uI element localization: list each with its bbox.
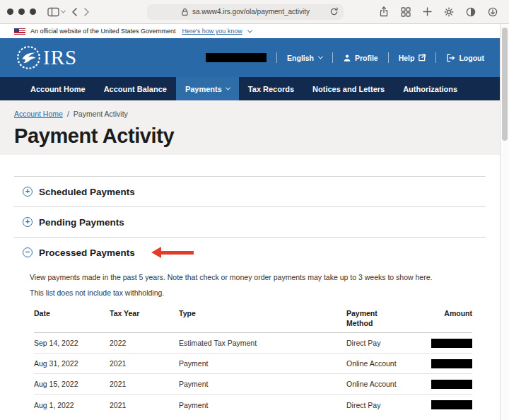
redacted-amount bbox=[431, 380, 472, 389]
nav-item-account-balance[interactable]: Account Balance bbox=[95, 77, 176, 100]
sidebar-toggle-icon[interactable] bbox=[47, 7, 65, 17]
header-date: Date bbox=[34, 308, 110, 318]
tab-overview-icon[interactable] bbox=[401, 7, 411, 17]
logout-link[interactable]: Logout bbox=[446, 54, 484, 62]
table-row: Aug 15, 2022 2021 Payment Online Account bbox=[34, 374, 472, 395]
processed-description: View payments made in the past 5 years. … bbox=[30, 273, 486, 281]
irs-logo[interactable]: IRS bbox=[16, 45, 77, 71]
collapse-icon bbox=[23, 247, 33, 257]
table-row: Aug 31, 2022 2021 Payment Online Account bbox=[34, 354, 472, 374]
cell-type: Payment bbox=[179, 359, 346, 368]
page-head: Account Home / Payment Activity Payment … bbox=[0, 100, 500, 155]
person-icon bbox=[343, 54, 351, 62]
back-button[interactable] bbox=[71, 7, 78, 17]
irs-wordmark: IRS bbox=[43, 46, 77, 69]
processed-note: This list does not include tax withholdi… bbox=[30, 288, 486, 297]
profile-link[interactable]: Profile bbox=[343, 54, 378, 62]
nav-item-payments[interactable]: Payments bbox=[176, 77, 239, 100]
breadcrumb-current: Payment Activity bbox=[74, 110, 128, 118]
table-row: Aug 1, 2022 2021 Payment Direct Pay bbox=[34, 395, 472, 415]
redacted-amount bbox=[431, 339, 472, 348]
gov-banner-text: An official website of the United States… bbox=[30, 28, 175, 35]
nav-item-label: Tax Records bbox=[248, 85, 294, 93]
breadcrumb: Account Home / Payment Activity bbox=[14, 110, 486, 118]
cell-tax-year: 2021 bbox=[110, 401, 179, 409]
main-content: Scheduled Payments Pending Payments Proc… bbox=[0, 155, 500, 415]
cell-method: Direct Pay bbox=[346, 339, 424, 347]
new-tab-icon[interactable] bbox=[423, 7, 432, 16]
redacted-amount bbox=[431, 359, 472, 368]
share-icon[interactable] bbox=[379, 6, 389, 17]
expand-icon bbox=[23, 187, 33, 197]
cell-method: Online Account bbox=[346, 359, 424, 368]
nav-item-notices-and-letters[interactable]: Notices and Letters bbox=[303, 77, 394, 100]
page-title: Payment Activity bbox=[14, 124, 486, 148]
external-link-icon bbox=[418, 54, 426, 62]
cell-tax-year: 2022 bbox=[110, 339, 179, 347]
header-payment-method: Payment Method bbox=[346, 308, 386, 328]
language-selector[interactable]: English bbox=[287, 54, 322, 62]
nav-item-tax-records[interactable]: Tax Records bbox=[239, 77, 303, 100]
header-type: Type bbox=[179, 308, 346, 318]
gov-banner: An official website of the United States… bbox=[0, 24, 500, 38]
cell-date: Sep 14, 2022 bbox=[34, 339, 110, 347]
forward-button[interactable] bbox=[83, 7, 90, 17]
irs-eagle-icon bbox=[16, 45, 42, 71]
cell-date: Aug 31, 2022 bbox=[34, 359, 110, 368]
cell-date: Aug 15, 2022 bbox=[34, 380, 110, 388]
header-tax-year: Tax Year bbox=[110, 308, 179, 318]
how-you-know-link[interactable]: Here's how you know bbox=[182, 28, 242, 35]
breadcrumb-separator: / bbox=[67, 110, 69, 118]
red-annotation-arrow bbox=[151, 247, 194, 258]
scrollbar-thumb[interactable] bbox=[502, 28, 508, 141]
breadcrumb-account-home-link[interactable]: Account Home bbox=[14, 110, 63, 118]
cell-date: Aug 1, 2022 bbox=[34, 401, 110, 409]
url-text: sa.www4.irs.gov/ola/payment_activity bbox=[192, 8, 310, 16]
downloads-icon[interactable] bbox=[488, 7, 498, 17]
cell-tax-year: 2021 bbox=[110, 359, 179, 368]
window-controls[interactable] bbox=[7, 8, 36, 15]
logout-icon bbox=[446, 54, 455, 62]
refresh-icon[interactable] bbox=[329, 7, 339, 16]
cell-tax-year: 2021 bbox=[110, 380, 179, 388]
nav-item-authorizations[interactable]: Authorizations bbox=[394, 77, 467, 100]
main-nav: Account Home Account Balance Payments Ta… bbox=[0, 77, 500, 100]
nav-item-label: Account Balance bbox=[104, 85, 167, 93]
address-bar[interactable]: sa.www4.irs.gov/ola/payment_activity bbox=[147, 4, 344, 20]
cell-type: Payment bbox=[179, 401, 346, 409]
cell-type: Estimated Tax Payment bbox=[179, 339, 346, 347]
site-header: IRS English Profile Help Logout bbox=[0, 38, 500, 77]
cell-method: Direct Pay bbox=[346, 401, 424, 409]
nav-item-label: Payments bbox=[185, 85, 222, 93]
cell-method: Online Account bbox=[346, 380, 424, 388]
page-scrollbar[interactable] bbox=[500, 24, 509, 420]
lock-icon bbox=[181, 8, 189, 16]
redacted-amount bbox=[431, 400, 472, 409]
header-amount: Amount bbox=[444, 308, 472, 318]
us-flag-icon bbox=[14, 28, 25, 35]
chevron-down-icon bbox=[226, 86, 230, 91]
accordion-pending-payments[interactable]: Pending Payments bbox=[14, 206, 486, 237]
payments-table: Date Tax Year Type Payment Method Amount… bbox=[34, 308, 472, 415]
nav-item-label: Account Home bbox=[30, 85, 86, 93]
expand-icon bbox=[23, 217, 33, 227]
accordion-scheduled-payments[interactable]: Scheduled Payments bbox=[14, 176, 486, 206]
redacted-username bbox=[206, 53, 267, 62]
chevron-down-icon bbox=[247, 28, 252, 33]
accordion-processed-payments[interactable]: Processed Payments bbox=[14, 237, 486, 267]
payments-table-header: Date Tax Year Type Payment Method Amount bbox=[34, 308, 472, 333]
nav-item-account-home[interactable]: Account Home bbox=[21, 77, 95, 100]
chevron-down-icon bbox=[318, 54, 323, 59]
help-link[interactable]: Help bbox=[399, 54, 426, 62]
nav-item-label: Authorizations bbox=[403, 85, 457, 93]
nav-item-label: Notices and Letters bbox=[312, 85, 385, 93]
table-row: Sep 14, 2022 2022 Estimated Tax Payment … bbox=[34, 333, 472, 354]
cell-type: Payment bbox=[179, 380, 346, 388]
appearance-contrast-icon[interactable] bbox=[466, 7, 476, 17]
browser-toolbar: sa.www4.irs.gov/ola/payment_activity bbox=[0, 0, 509, 24]
payments-table-body: Sep 14, 2022 2022 Estimated Tax Payment … bbox=[34, 333, 472, 415]
extensions-gear-icon[interactable] bbox=[444, 7, 454, 17]
